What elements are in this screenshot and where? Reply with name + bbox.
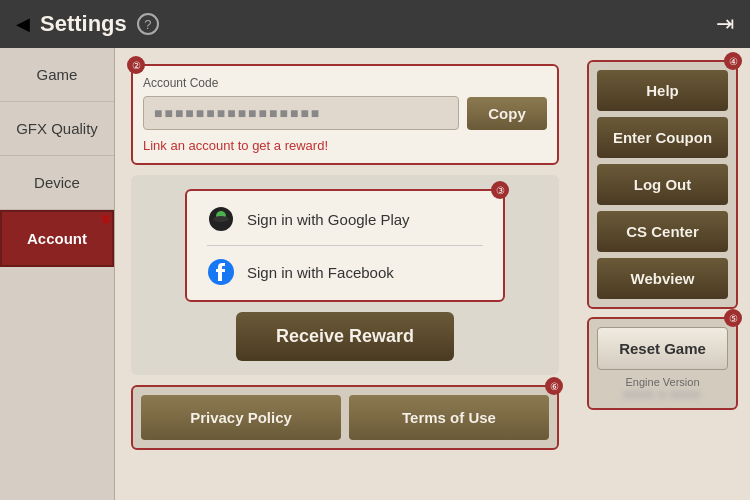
sidebar: Game GFX Quality Device Account [0, 48, 115, 500]
section-badge-4: ④ [724, 52, 742, 70]
svg-point-2 [213, 216, 229, 222]
right-panel: ④ Help Enter Coupon Log Out CS Center We… [575, 48, 750, 500]
account-code-section: ② Account Code ■■■■■■■■■■■■■■■■ Copy Lin… [131, 64, 559, 165]
google-icon [207, 205, 235, 233]
back-icon[interactable]: ◀ [16, 13, 30, 35]
section-badge-2: ② [127, 56, 145, 74]
webview-button[interactable]: Webview [597, 258, 728, 299]
terms-of-use-button[interactable]: Terms of Use [349, 395, 549, 440]
engine-version-label: Engine Version [597, 376, 728, 388]
signin-inner: ③ Sign in with Google Play Sign in [185, 189, 505, 302]
receive-reward-button[interactable]: Receive Reward [236, 312, 454, 361]
link-account-text: Link an account to get a reward! [143, 138, 547, 153]
copy-button[interactable]: Copy [467, 97, 547, 130]
header-left: ◀ Settings ? [16, 11, 159, 37]
sidebar-item-gfxquality[interactable]: GFX Quality [0, 102, 114, 156]
google-signin-button[interactable]: Sign in with Google Play [207, 205, 483, 233]
reset-game-button[interactable]: Reset Game [597, 327, 728, 370]
account-code-label: Account Code [143, 76, 547, 90]
sidebar-item-device[interactable]: Device [0, 156, 114, 210]
enter-coupon-button[interactable]: Enter Coupon [597, 117, 728, 158]
reset-section: ⑤ Reset Game Engine Version ■■■■ ■ ■■■■ [587, 317, 738, 410]
section-badge-6: ⑥ [545, 377, 563, 395]
cs-center-button[interactable]: CS Center [597, 211, 728, 252]
main-layout: Game GFX Quality Device Account ② Accoun… [0, 48, 750, 500]
page-title: Settings [40, 11, 127, 37]
engine-version-value: ■■■■ ■ ■■■■ [597, 388, 728, 400]
help-icon[interactable]: ? [137, 13, 159, 35]
google-signin-label: Sign in with Google Play [247, 211, 410, 228]
sidebar-item-account[interactable]: Account [0, 210, 114, 267]
header: ◀ Settings ? ⇥ [0, 0, 750, 48]
content-area: ② Account Code ■■■■■■■■■■■■■■■■ Copy Lin… [115, 48, 575, 500]
account-code-row: ■■■■■■■■■■■■■■■■ Copy [143, 96, 547, 130]
signin-section: ③ Sign in with Google Play Sign in [131, 175, 559, 375]
bottom-links-section: ⑥ Privacy Policy Terms of Use [131, 385, 559, 450]
section-badge-3: ③ [491, 181, 509, 199]
right-action-section: ④ Help Enter Coupon Log Out CS Center We… [587, 60, 738, 309]
facebook-signin-button[interactable]: Sign in with Facebook [207, 258, 483, 286]
facebook-icon [207, 258, 235, 286]
account-code-display: ■■■■■■■■■■■■■■■■ [143, 96, 459, 130]
facebook-signin-label: Sign in with Facebook [247, 264, 394, 281]
privacy-policy-button[interactable]: Privacy Policy [141, 395, 341, 440]
section-badge-5: ⑤ [724, 309, 742, 327]
signin-divider [207, 245, 483, 246]
sidebar-item-game[interactable]: Game [0, 48, 114, 102]
help-button[interactable]: Help [597, 70, 728, 111]
exit-icon[interactable]: ⇥ [716, 11, 734, 37]
log-out-button[interactable]: Log Out [597, 164, 728, 205]
